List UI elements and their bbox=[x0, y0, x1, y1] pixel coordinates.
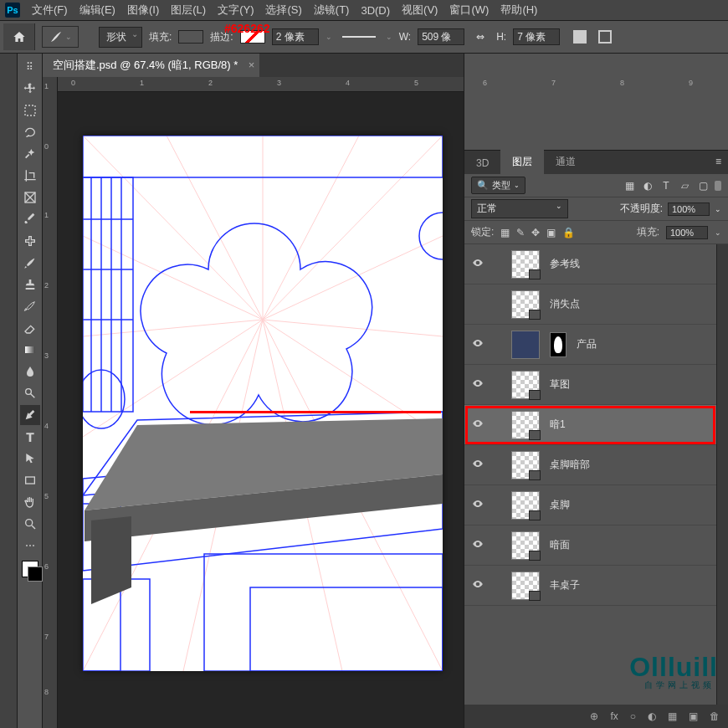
layer-name[interactable]: 暗面 bbox=[550, 538, 570, 552]
align-icon[interactable] bbox=[573, 30, 587, 44]
menu-edit[interactable]: 编辑(E) bbox=[79, 3, 115, 18]
menu-file[interactable]: 文件(F) bbox=[32, 3, 68, 18]
layer-thumbnail[interactable] bbox=[511, 371, 540, 399]
menu-select[interactable]: 选择(S) bbox=[265, 3, 301, 18]
filter-toggle[interactable] bbox=[715, 181, 721, 191]
visibility-toggle[interactable] bbox=[466, 418, 490, 432]
tool-preset[interactable]: ⌄ bbox=[42, 26, 79, 48]
filter-shape-icon[interactable]: ▱ bbox=[678, 179, 691, 192]
blend-mode-select[interactable]: 正常⌄ bbox=[471, 199, 568, 218]
layer-name[interactable]: 参考线 bbox=[550, 257, 580, 271]
layer-row[interactable]: 消失点 bbox=[464, 285, 716, 325]
tab-3d[interactable]: 3D bbox=[464, 152, 500, 174]
layer-thumbnail[interactable] bbox=[511, 250, 540, 279]
visibility-toggle[interactable] bbox=[466, 257, 490, 271]
layer-name[interactable]: 丰桌子 bbox=[550, 578, 580, 592]
history-brush-tool[interactable] bbox=[20, 296, 40, 316]
height-input[interactable] bbox=[513, 28, 560, 45]
layer-row[interactable]: 桌脚暗部 bbox=[464, 445, 716, 485]
dodge-tool[interactable] bbox=[20, 383, 40, 403]
pen-tool[interactable] bbox=[20, 405, 40, 425]
layer-row[interactable]: 桌脚 bbox=[464, 485, 716, 525]
layer-name[interactable]: 桌脚暗部 bbox=[550, 458, 590, 472]
lock-artboard-icon[interactable]: ▣ bbox=[546, 227, 556, 238]
stroke-width-input[interactable] bbox=[272, 28, 319, 45]
heal-tool[interactable] bbox=[20, 231, 40, 251]
link-icon[interactable]: ⇔ bbox=[471, 31, 490, 43]
menu-image[interactable]: 图像(I) bbox=[127, 3, 159, 18]
menu-filter[interactable]: 滤镜(T) bbox=[314, 3, 350, 18]
shape-mode-select[interactable]: 形状 bbox=[99, 27, 142, 48]
marquee-tool[interactable] bbox=[20, 100, 40, 120]
arrange-icon[interactable] bbox=[598, 30, 612, 44]
shape-tool[interactable] bbox=[20, 470, 40, 490]
layer-thumbnail[interactable] bbox=[511, 411, 540, 439]
close-icon[interactable]: × bbox=[249, 59, 255, 71]
blur-tool[interactable] bbox=[20, 361, 40, 382]
menu-view[interactable]: 视图(V) bbox=[402, 3, 438, 18]
visibility-toggle[interactable] bbox=[466, 538, 490, 552]
filter-pixel-icon[interactable]: ▦ bbox=[623, 179, 636, 192]
frame-tool[interactable] bbox=[20, 187, 40, 208]
fg-bg-swatch[interactable] bbox=[22, 561, 38, 577]
trash-icon[interactable]: 🗑 bbox=[710, 710, 720, 722]
link-layers-icon[interactable]: ⊕ bbox=[590, 710, 598, 722]
type-tool[interactable] bbox=[20, 427, 40, 447]
eyedropper-tool[interactable] bbox=[20, 209, 40, 229]
filter-adjust-icon[interactable]: ◐ bbox=[641, 179, 654, 192]
layer-name[interactable]: 产品 bbox=[577, 337, 597, 351]
stamp-tool[interactable] bbox=[20, 274, 40, 295]
menu-type[interactable]: 文字(Y) bbox=[218, 3, 254, 18]
home-button[interactable] bbox=[3, 23, 35, 50]
filter-type-icon[interactable]: T bbox=[659, 179, 673, 192]
layer-thumbnail[interactable] bbox=[511, 572, 540, 600]
tab-channels[interactable]: 通道 bbox=[544, 150, 587, 174]
filter-smart-icon[interactable]: ▢ bbox=[696, 179, 710, 192]
brush-tool[interactable] bbox=[20, 253, 40, 273]
layer-row[interactable]: 暗面 bbox=[464, 525, 716, 566]
menu-layer[interactable]: 图层(L) bbox=[171, 3, 206, 18]
edit-toolbar[interactable]: ⋯ bbox=[20, 536, 40, 556]
layer-row[interactable]: 参考线 bbox=[464, 244, 716, 285]
visibility-toggle[interactable] bbox=[466, 578, 490, 592]
group-icon[interactable]: ▦ bbox=[668, 710, 677, 722]
path-select-tool[interactable] bbox=[20, 449, 40, 469]
lock-transparent-icon[interactable]: ▦ bbox=[500, 227, 510, 238]
layers-scrollbar[interactable] bbox=[716, 244, 728, 705]
zoom-tool[interactable] bbox=[20, 514, 40, 534]
menu-3d[interactable]: 3D(D) bbox=[361, 4, 390, 17]
layer-thumbnail[interactable] bbox=[511, 290, 540, 319]
move-tool[interactable] bbox=[20, 79, 40, 99]
vertical-ruler[interactable]: 1 0 1 2 3 4 5 6 7 8 bbox=[43, 77, 58, 728]
adjustment-icon[interactable]: ◐ bbox=[648, 710, 656, 722]
visibility-toggle[interactable] bbox=[466, 337, 490, 351]
layer-thumbnail[interactable] bbox=[511, 491, 540, 520]
layer-row[interactable]: 产品 bbox=[464, 325, 716, 365]
visibility-toggle[interactable] bbox=[466, 498, 490, 512]
wand-tool[interactable] bbox=[20, 144, 40, 164]
visibility-toggle[interactable] bbox=[466, 377, 490, 392]
horizontal-ruler[interactable]: 0 1 2 3 4 5 6 7 8 9 bbox=[58, 77, 464, 92]
opacity-input[interactable] bbox=[668, 203, 710, 216]
layer-name[interactable]: 桌脚 bbox=[550, 498, 570, 512]
gradient-tool[interactable] bbox=[20, 340, 40, 360]
canvas[interactable] bbox=[58, 92, 464, 728]
layer-name[interactable]: 消失点 bbox=[550, 297, 580, 311]
visibility-toggle[interactable] bbox=[466, 458, 490, 472]
lock-all-icon[interactable]: 🔒 bbox=[562, 227, 575, 238]
fx-icon[interactable]: fx bbox=[610, 710, 618, 722]
layer-filter-combo[interactable]: 🔍类型⌄ bbox=[471, 177, 525, 194]
width-input[interactable] bbox=[418, 28, 464, 45]
lock-paint-icon[interactable]: ✎ bbox=[516, 227, 525, 238]
document-tab[interactable]: 空间搭建.psd @ 67.4% (暗1, RGB/8) * × bbox=[43, 54, 259, 77]
fill-opacity-input[interactable] bbox=[666, 226, 708, 239]
panel-menu-icon[interactable]: ≡ bbox=[715, 156, 721, 167]
eraser-tool[interactable] bbox=[20, 318, 40, 338]
layer-thumbnail[interactable] bbox=[511, 451, 540, 479]
crop-tool[interactable] bbox=[20, 166, 40, 186]
hand-tool[interactable] bbox=[20, 492, 40, 512]
layer-row[interactable]: 丰桌子 bbox=[464, 566, 716, 606]
layer-row[interactable]: 草图 bbox=[464, 365, 716, 405]
layer-row[interactable]: 暗1 bbox=[464, 405, 716, 445]
layer-thumbnail[interactable] bbox=[511, 531, 540, 560]
